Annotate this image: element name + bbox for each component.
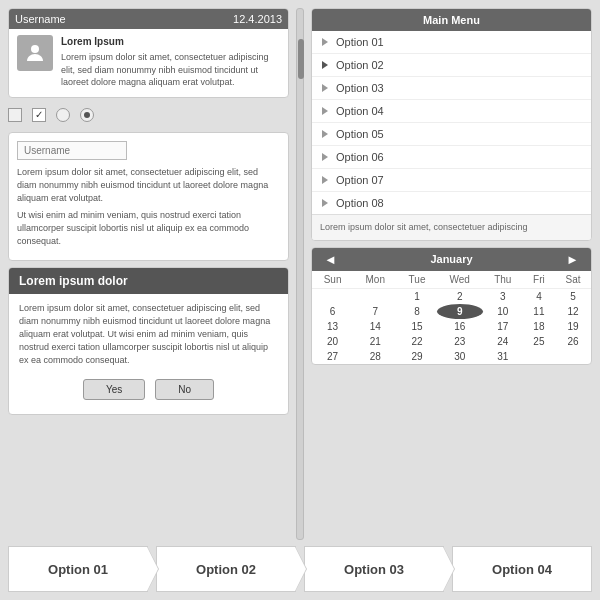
menu-card: Main Menu Option 01 Option 02 Option 03 (311, 8, 592, 241)
menu-label-5: Option 05 (336, 128, 384, 140)
cal-cell[interactable]: 20 (312, 334, 353, 349)
calendar-table: Sun Mon Tue Wed Thu Fri Sat 123456789101… (312, 271, 591, 364)
menu-items: Option 01 Option 02 Option 03 Option 04 (312, 31, 591, 214)
menu-footer: Lorem ipsum dolor sit amet, consectetuer… (312, 214, 591, 240)
cal-cell[interactable]: 27 (312, 349, 353, 364)
svg-point-0 (31, 45, 39, 53)
cal-day-thu: Thu (483, 271, 523, 289)
profile-date: 12.4.2013 (233, 13, 282, 25)
cal-cell[interactable]: 22 (397, 334, 436, 349)
dialog-text: Lorem ipsum dolor sit amet, consectetuer… (19, 302, 278, 367)
cal-cell[interactable]: 7 (353, 304, 397, 319)
cal-cell[interactable]: 18 (523, 319, 555, 334)
cal-cell (555, 349, 591, 364)
cal-cell[interactable]: 9 (437, 304, 483, 319)
cal-cell[interactable]: 31 (483, 349, 523, 364)
breadcrumb-row: Option 01 Option 02 Option 03 Option 04 (8, 546, 592, 592)
menu-title: Main Menu (312, 9, 591, 31)
menu-label-6: Option 06 (336, 151, 384, 163)
no-button[interactable]: No (155, 379, 214, 400)
menu-arrow-6 (322, 153, 328, 161)
cal-cell[interactable]: 15 (397, 319, 436, 334)
cal-cell[interactable]: 23 (437, 334, 483, 349)
menu-label-8: Option 08 (336, 197, 384, 209)
dialog-title: Lorem ipsum dolor (9, 268, 288, 294)
cal-cell[interactable]: 14 (353, 319, 397, 334)
radio-checked[interactable] (80, 108, 94, 122)
cal-cell[interactable]: 29 (397, 349, 436, 364)
cal-cell[interactable]: 3 (483, 288, 523, 304)
scrollbar[interactable] (295, 8, 305, 540)
breadcrumb-4[interactable]: Option 04 (452, 546, 592, 592)
menu-item-3[interactable]: Option 03 (312, 77, 591, 100)
cal-cell[interactable]: 13 (312, 319, 353, 334)
menu-arrow-1 (322, 38, 328, 46)
menu-arrow-2 (322, 61, 328, 69)
menu-item-5[interactable]: Option 05 (312, 123, 591, 146)
cal-cell[interactable]: 6 (312, 304, 353, 319)
menu-arrow-5 (322, 130, 328, 138)
cal-cell[interactable]: 8 (397, 304, 436, 319)
calendar-month: January (430, 253, 472, 265)
cal-cell[interactable]: 26 (555, 334, 591, 349)
menu-label-1: Option 01 (336, 36, 384, 48)
cal-cell[interactable]: 16 (437, 319, 483, 334)
menu-arrow-4 (322, 107, 328, 115)
cal-day-wed: Wed (437, 271, 483, 289)
cal-cell (312, 288, 353, 304)
menu-label-2: Option 02 (336, 59, 384, 71)
cal-cell[interactable]: 17 (483, 319, 523, 334)
checkbox-unchecked[interactable] (8, 108, 22, 122)
breadcrumb-3[interactable]: Option 03 (304, 546, 444, 592)
yes-button[interactable]: Yes (83, 379, 145, 400)
form-card: Lorem ipsum dolor sit amet, consectetuer… (8, 132, 289, 261)
radio-unchecked[interactable] (56, 108, 70, 122)
dialog-card: Lorem ipsum dolor Lorem ipsum dolor sit … (8, 267, 289, 415)
menu-item-4[interactable]: Option 04 (312, 100, 591, 123)
menu-arrow-3 (322, 84, 328, 92)
cal-cell[interactable]: 19 (555, 319, 591, 334)
calendar-header: ◄ January ► (312, 248, 591, 271)
calendar-card: ◄ January ► Sun Mon Tue Wed Thu Fri Sat (311, 247, 592, 365)
menu-item-7[interactable]: Option 07 (312, 169, 591, 192)
profile-header: Username 12.4.2013 (9, 9, 288, 29)
cal-cell[interactable]: 12 (555, 304, 591, 319)
checkbox-checked[interactable] (32, 108, 46, 122)
cal-cell[interactable]: 2 (437, 288, 483, 304)
cal-cell[interactable]: 4 (523, 288, 555, 304)
cal-cell[interactable]: 24 (483, 334, 523, 349)
cal-cell[interactable]: 25 (523, 334, 555, 349)
cal-cell (353, 288, 397, 304)
form-text1: Lorem ipsum dolor sit amet, consectetuer… (17, 166, 280, 205)
cal-cell[interactable]: 21 (353, 334, 397, 349)
cal-day-mon: Mon (353, 271, 397, 289)
cal-day-sun: Sun (312, 271, 353, 289)
menu-item-6[interactable]: Option 06 (312, 146, 591, 169)
menu-label-3: Option 03 (336, 82, 384, 94)
breadcrumb-1[interactable]: Option 01 (8, 546, 148, 592)
calendar-next[interactable]: ► (562, 252, 583, 267)
cal-cell[interactable]: 11 (523, 304, 555, 319)
cal-cell[interactable]: 30 (437, 349, 483, 364)
scroll-thumb[interactable] (298, 39, 304, 79)
cal-cell[interactable]: 28 (353, 349, 397, 364)
menu-arrow-7 (322, 176, 328, 184)
breadcrumb-2[interactable]: Option 02 (156, 546, 296, 592)
cal-cell[interactable]: 10 (483, 304, 523, 319)
menu-item-2[interactable]: Option 02 (312, 54, 591, 77)
cal-day-fri: Fri (523, 271, 555, 289)
username-input[interactable] (17, 141, 127, 160)
menu-item-8[interactable]: Option 08 (312, 192, 591, 214)
profile-text: Lorem ipsum dolor sit amet, consectetuer… (61, 52, 269, 87)
cal-day-tue: Tue (397, 271, 436, 289)
calendar-prev[interactable]: ◄ (320, 252, 341, 267)
form-text2: Ut wisi enim ad minim veniam, quis nostr… (17, 209, 280, 248)
avatar (17, 35, 53, 71)
cal-cell[interactable]: 1 (397, 288, 436, 304)
menu-label-4: Option 04 (336, 105, 384, 117)
cal-cell[interactable]: 5 (555, 288, 591, 304)
cal-day-sat: Sat (555, 271, 591, 289)
controls-row (8, 104, 289, 126)
menu-item-1[interactable]: Option 01 (312, 31, 591, 54)
cal-cell (523, 349, 555, 364)
